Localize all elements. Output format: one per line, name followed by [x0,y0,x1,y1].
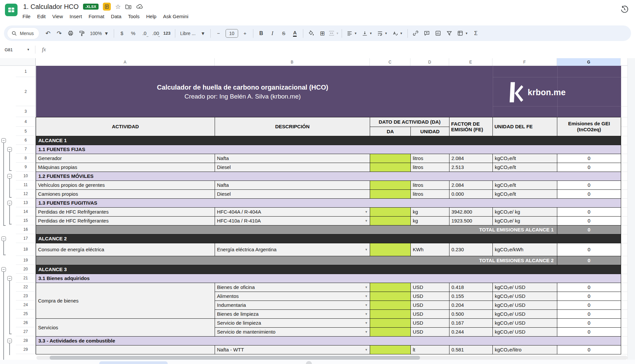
font-size-input[interactable]: 10 [226,29,238,38]
cell-E9[interactable]: 2.513 [449,163,493,172]
cell-G19[interactable]: 0 [557,256,621,265]
vertical-scrollbar-track[interactable] [627,58,635,364]
borders-button[interactable]: ⊞ [317,28,328,39]
cell-H16[interactable] [621,225,628,234]
column-header-D[interactable]: D [410,58,449,66]
row-group-collapse-button[interactable] [7,201,12,205]
menu-item-edit[interactable]: Edit [34,12,49,21]
cell-E26[interactable]: 0.167 [449,318,493,327]
row-header-20[interactable]: 20 [16,265,35,274]
vertical-align-button[interactable]: ▼ [360,28,374,39]
dropdown-arrow-icon[interactable]: ▼ [365,219,368,222]
header-da[interactable]: DA [370,127,411,136]
cell-F11[interactable]: kgCO₂e/lt [493,181,557,189]
print-button[interactable] [65,28,76,39]
cell-G29[interactable]: 0 [557,345,621,354]
insert-link-button[interactable] [410,28,421,39]
cell-H5[interactable] [621,127,628,136]
cell-C9[interactable] [370,163,411,172]
cell-E27[interactable]: 0.244 [449,327,493,336]
paint-format-button[interactable] [76,28,87,39]
row-header-22[interactable]: 22 [16,283,35,292]
cell-F9[interactable]: kgCO₂e/lt [493,163,557,172]
cell-F26[interactable]: kgCO₂e/ USD [493,318,557,327]
redo-button[interactable]: ↷ [54,28,64,39]
cell-D22[interactable]: USD [411,283,449,292]
active-sheet-tab-edge[interactable] [99,361,168,364]
section-row-20[interactable]: ALCANCE 3 [36,265,621,274]
cell-A11[interactable]: Vehículos propios de gerentes [36,181,215,189]
cell-H11[interactable] [621,181,628,189]
select-all-corner[interactable] [0,58,36,66]
cell-D9[interactable]: litros [411,163,449,172]
cell-D23[interactable]: USD [411,292,449,301]
format-currency-button[interactable]: $ [117,28,127,39]
fill-color-button[interactable] [306,28,317,39]
cell-F14[interactable]: kgCO₂e/ kg [493,207,557,216]
cell-E25[interactable]: 0.500 [449,309,493,318]
cell-H2[interactable] [621,77,628,106]
cell-D18[interactable]: KWh [411,243,449,256]
zoom-select[interactable]: 100% ▼ [87,28,111,39]
row-header-15[interactable]: 15 [16,216,35,225]
menu-item-ask-gemini[interactable]: Ask Gemini [160,12,192,21]
cell-G27[interactable]: 0 [557,327,621,336]
cell-G12[interactable]: 0 [557,189,621,198]
cell-H13[interactable] [621,198,628,207]
horizontal-scrollbar-thumb[interactable] [50,356,420,360]
column-header-E[interactable]: E [449,58,492,66]
text-rotation-button[interactable]: ▼ [390,28,405,39]
section-row-17[interactable]: ALCANCE 2 [36,234,621,243]
dropdown-arrow-icon[interactable]: ▼ [365,210,368,214]
cell-H10[interactable] [621,172,628,181]
cell-C29[interactable] [370,345,411,354]
document-title[interactable]: 1. Calculador HCO [23,3,79,11]
row-header-2[interactable]: 2 [16,77,35,106]
row-header-21[interactable]: 21 [16,274,35,283]
row-header-27[interactable]: 27 [16,327,35,336]
cell-D14[interactable]: kg [411,207,449,216]
cell-B8[interactable]: Nafta [215,154,370,163]
cell-H14[interactable] [621,207,628,216]
row-group-collapse-button[interactable] [7,147,12,152]
row-header-25[interactable]: 25 [16,309,35,318]
insert-chart-button[interactable] [433,28,444,39]
row-header-23[interactable]: 23 [16,292,35,301]
cell-D11[interactable]: litros [411,181,449,189]
row-header-18[interactable]: 18 [16,243,35,256]
dropdown-arrow-icon[interactable]: ▼ [365,312,368,316]
font-select[interactable]: Libre ... ▼ [178,28,208,39]
cell-C12[interactable] [370,189,411,198]
cell-G8[interactable]: 0 [557,154,621,163]
cell-B27[interactable]: Servicio de mantenimiento▼ [215,327,370,336]
cell-B24[interactable]: Indumentaria▼ [215,301,370,309]
cell-F29[interactable]: kgCO₂e/litro [493,345,557,354]
cell-B11[interactable]: Nafta [215,181,370,189]
cell-C18[interactable] [370,243,411,256]
cell-H9[interactable] [621,163,628,172]
cell-G16[interactable]: 0 [557,225,621,234]
cell-H21[interactable] [621,274,628,283]
cell-H8[interactable] [621,154,628,163]
subsection-row-13[interactable]: 1.3 FUENTES FUGITIVAS [36,198,621,207]
dropdown-arrow-icon[interactable]: ▼ [365,295,368,298]
row-header-10[interactable]: 10 [16,172,35,181]
cell-F25[interactable]: kgCO₂e/ USD [493,309,557,318]
cell-F15[interactable]: kgCO₂e/ kg [493,216,557,225]
row-header-13[interactable]: 13 [16,198,35,207]
cell-B22[interactable]: Bienes de oficina▼ [215,283,370,292]
increase-font-size-button[interactable]: + [240,28,250,39]
cell-A8[interactable]: Generador [36,154,215,163]
cell-G23[interactable]: 0 [557,292,621,301]
header-dato-actividad[interactable]: DATO DE ACTIVIDAD (DA) [370,117,449,127]
cell-E23[interactable]: 0.155 [449,292,493,301]
column-header-C[interactable]: C [370,58,410,66]
version-history-icon[interactable] [619,4,630,15]
cell-E8[interactable]: 2.084 [449,154,493,163]
subsection-row-10[interactable]: 1.2 FUENTES MÓVILES [36,172,621,181]
cell-A14[interactable]: Perdidas de HFC Refrifgerantes [36,207,215,216]
dropdown-arrow-icon[interactable]: ▼ [365,330,368,334]
row-header-29[interactable]: 29 [16,345,35,354]
cell-E12[interactable]: 0.000 [449,189,493,198]
text-color-button[interactable]: A [290,28,300,39]
